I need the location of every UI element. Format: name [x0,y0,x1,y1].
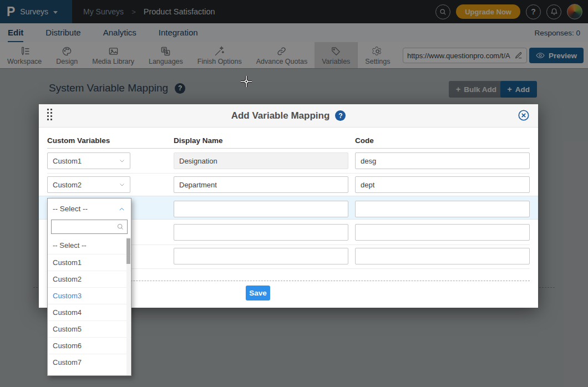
dropdown-selected-value[interactable]: -- Select -- [48,198,131,219]
code-input-row1[interactable] [355,152,530,169]
dropdown-option[interactable]: Custom4 [48,304,131,320]
display-name-input-row1[interactable] [174,152,348,169]
code-input-row3[interactable] [355,201,530,217]
chevron-down-icon [119,181,125,188]
drag-handle-icon[interactable] [47,109,52,120]
modal-header: Add Variable Mapping ? [39,104,538,128]
search-icon [116,223,124,231]
row-divider [47,173,530,174]
dropdown-option[interactable]: Custom5 [48,320,131,337]
variable-select-row2[interactable]: Custom2 [47,176,130,193]
code-input-row2[interactable] [355,176,530,193]
code-input-row4[interactable] [355,224,530,241]
save-button[interactable]: Save [246,286,270,301]
code-input-row5[interactable] [355,248,530,264]
variable-dropdown-open: -- Select -- -- Select -- Custom1 Custom… [47,198,131,376]
variable-select-row1[interactable]: Custom1 [47,152,130,169]
close-button[interactable] [518,109,530,121]
dropdown-option-list: -- Select -- Custom1 Custom2 Custom3 Cus… [48,237,131,370]
dropdown-option[interactable]: Custom7 [48,354,131,370]
dropdown-scrollbar-thumb[interactable] [126,238,130,264]
column-header-custom-variables: Custom Variables [47,136,110,145]
chevron-up-icon [118,206,125,213]
dropdown-scrollbar[interactable] [126,237,130,375]
dropdown-option-highlighted[interactable]: Custom3 [48,287,131,304]
dropdown-search-box[interactable] [51,220,128,234]
dropdown-option[interactable]: -- Select -- [48,237,131,254]
mouse-cursor-crosshair [240,75,252,88]
column-header-code: Code [355,136,374,145]
chevron-down-icon [119,157,125,164]
modal-title: Add Variable Mapping [231,110,330,121]
display-name-input-row5[interactable] [174,248,348,264]
display-name-input-row4[interactable] [174,224,348,241]
display-name-input-row2[interactable] [174,176,348,193]
modal-help-icon[interactable]: ? [335,110,346,121]
dropdown-option[interactable]: Custom1 [48,254,131,271]
close-icon [518,109,530,121]
dropdown-search-input[interactable] [54,223,116,231]
header-divider [47,148,530,149]
column-header-display-name: Display Name [174,136,223,145]
app-window: P Surveys My Surveys > Product Satisfact… [0,0,588,387]
display-name-input-row3[interactable] [174,201,348,217]
dropdown-option[interactable]: Custom2 [48,271,131,287]
dropdown-option[interactable]: Custom6 [48,337,131,354]
